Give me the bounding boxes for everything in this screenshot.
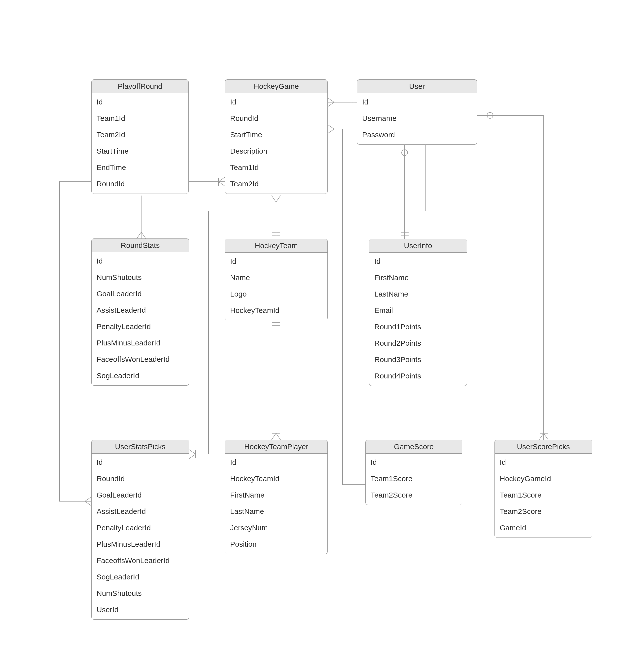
entity-title: HockeyGame (225, 80, 327, 93)
attr: HockeyTeamId (225, 302, 327, 319)
entity-hockeyteam: HockeyTeam Id Name Logo HockeyTeamId (225, 239, 328, 320)
attr: AssistLeaderId (92, 503, 189, 520)
entity-title: User (357, 80, 477, 93)
attr: NumShutouts (92, 269, 189, 286)
attr: SogLeaderId (92, 569, 189, 585)
entity-body: Id FirstName LastName Email Round1Points… (369, 253, 467, 386)
attr: Id (225, 454, 327, 471)
entity-hockeyteamplayer: HockeyTeamPlayer Id HockeyTeamId FirstNa… (225, 440, 328, 554)
attr: Id (369, 253, 467, 269)
attr: Id (225, 94, 327, 110)
attr: SogLeaderId (92, 367, 189, 384)
rel-user-userscorepicks (477, 115, 544, 440)
attr: Id (92, 253, 189, 269)
attr: JerseyNum (225, 520, 327, 536)
entity-userscorepicks: UserScorePicks Id HockeyGameId Team1Scor… (494, 440, 592, 538)
entity-body: Id Name Logo HockeyTeamId (225, 253, 327, 320)
attr: Team1Id (225, 159, 327, 176)
attr: LastName (369, 286, 467, 302)
attr: FaceoffsWonLeaderId (92, 552, 189, 569)
attr: HockeyTeamId (225, 471, 327, 487)
svg-point-1 (487, 113, 493, 118)
entity-hockeygame: HockeyGame Id RoundId StartTime Descript… (225, 79, 328, 194)
attr: Team2Score (366, 487, 462, 503)
entity-body: Id Username Password (357, 93, 477, 144)
entity-userinfo: UserInfo Id FirstName LastName Email Rou… (369, 239, 467, 386)
entity-title: HockeyTeamPlayer (225, 440, 327, 454)
entity-title: PlayoffRound (92, 80, 188, 93)
attr: GoalLeaderId (92, 487, 189, 503)
attr: FirstName (369, 269, 467, 286)
attr: Id (225, 253, 327, 269)
er-diagram-canvas: PlayoffRound Id Team1Id Team2Id StartTim… (0, 0, 633, 672)
attr: GameId (495, 520, 592, 536)
attr: Round1Points (369, 319, 467, 335)
entity-title: UserScorePicks (495, 440, 592, 454)
attr: NumShutouts (92, 585, 189, 602)
attr: EndTime (92, 159, 188, 176)
entity-roundstats: RoundStats Id NumShutouts GoalLeaderId A… (91, 238, 189, 386)
svg-point-0 (402, 150, 407, 155)
attr: RoundId (92, 176, 188, 192)
attr: Team1Score (366, 471, 462, 487)
attr: Team2Id (225, 176, 327, 192)
entity-title: GameScore (366, 440, 462, 454)
attr: UserId (92, 602, 189, 618)
attr: PenaltyLeaderId (92, 318, 189, 335)
attr: Id (495, 454, 592, 471)
rel-hockeygame-gamescore (328, 129, 366, 485)
entity-title: RoundStats (92, 239, 189, 253)
attr: AssistLeaderId (92, 302, 189, 318)
entity-title: HockeyTeam (225, 239, 327, 253)
attr: HockeyGameId (495, 471, 592, 487)
attr: RoundId (92, 471, 189, 487)
attr: Team1Score (495, 487, 592, 503)
entity-title: UserStatsPicks (92, 440, 189, 454)
attr: Round4Points (369, 368, 467, 384)
entity-body: Id Team1Id Team2Id StartTime EndTime Rou… (92, 93, 188, 194)
attr: Username (357, 110, 477, 126)
attr: Round2Points (369, 335, 467, 352)
attr: PlusMinusLeaderId (92, 536, 189, 552)
attr: GoalLeaderId (92, 286, 189, 302)
attr: FirstName (225, 487, 327, 503)
entity-playoffround: PlayoffRound Id Team1Id Team2Id StartTim… (91, 79, 189, 194)
attr: Logo (225, 286, 327, 302)
attr: Team2Score (495, 503, 592, 520)
attr: Position (225, 536, 327, 552)
attr: StartTime (92, 143, 188, 159)
attr: Description (225, 143, 327, 159)
attr: Id (366, 454, 462, 471)
attr: Round3Points (369, 352, 467, 368)
entity-body: Id RoundId GoalLeaderId AssistLeaderId P… (92, 454, 189, 619)
attr: Id (92, 454, 189, 471)
attr: Id (357, 94, 477, 110)
entity-gamescore: GameScore Id Team1Score Team2Score (366, 440, 462, 505)
rel-playoffround-userstatspicks (60, 182, 91, 501)
entity-body: Id NumShutouts GoalLeaderId AssistLeader… (92, 253, 189, 385)
attr: PlusMinusLeaderId (92, 335, 189, 351)
entity-body: Id HockeyTeamId FirstName LastName Jerse… (225, 454, 327, 554)
attr: FaceoffsWonLeaderId (92, 351, 189, 367)
attr: Password (357, 126, 477, 143)
attr: StartTime (225, 126, 327, 143)
attr: RoundId (225, 110, 327, 126)
attr: Name (225, 269, 327, 286)
entity-user: User Id Username Password (357, 79, 477, 145)
entity-userstatspicks: UserStatsPicks Id RoundId GoalLeaderId A… (91, 440, 189, 620)
attr: LastName (225, 503, 327, 520)
attr: Team2Id (92, 126, 188, 143)
attr: Team1Id (92, 110, 188, 126)
entity-body: Id Team1Score Team2Score (366, 454, 462, 505)
attr: Email (369, 302, 467, 319)
attr: Id (92, 94, 188, 110)
entity-body: Id HockeyGameId Team1Score Team2Score Ga… (495, 454, 592, 537)
attr: PenaltyLeaderId (92, 520, 189, 536)
entity-title: UserInfo (369, 239, 467, 253)
entity-body: Id RoundId StartTime Description Team1Id… (225, 93, 327, 194)
